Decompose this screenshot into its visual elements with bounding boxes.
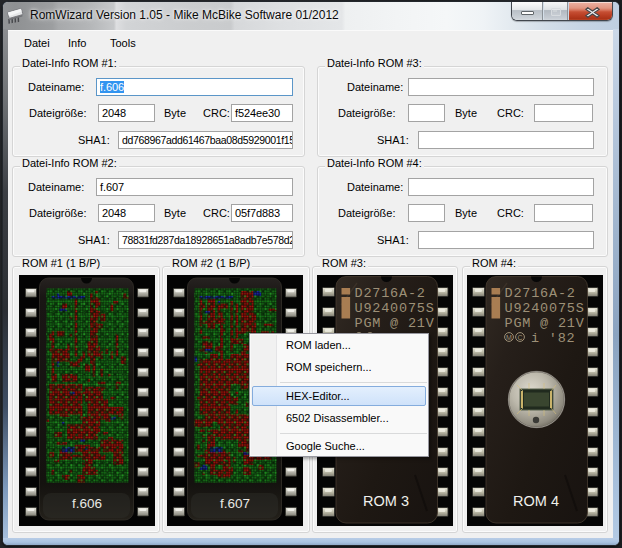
svg-text:i ′82: i ′82 [531, 331, 576, 346]
svg-text:f.607: f.607 [220, 496, 250, 511]
svg-text:f.606: f.606 [72, 496, 102, 511]
svg-text:U9240075S: U9240075S [505, 301, 585, 316]
svg-text:M: M [506, 334, 512, 341]
svg-text:ROM 4: ROM 4 [513, 493, 559, 509]
svg-text:ROM 3: ROM 3 [363, 493, 409, 509]
svg-text:D2716A-2: D2716A-2 [505, 286, 576, 301]
svg-text:PGM @ 21V: PGM @ 21V [355, 316, 435, 331]
svg-text:U9240075S: U9240075S [355, 301, 435, 316]
svg-text:PGM @ 21V: PGM @ 21V [505, 316, 585, 331]
svg-text:D2716A-2: D2716A-2 [355, 286, 426, 301]
svg-text:C: C [517, 334, 522, 341]
